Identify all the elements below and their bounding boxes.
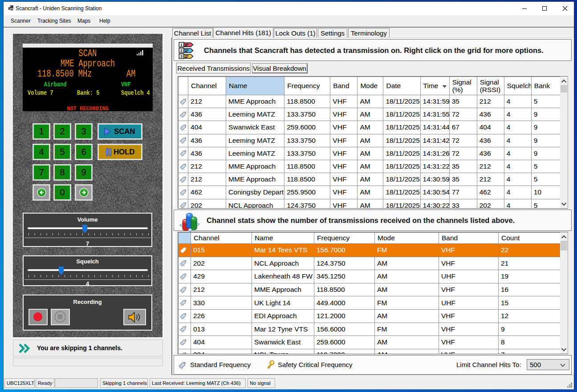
svg-text:1: 1 <box>180 43 183 47</box>
svg-text:3: 3 <box>180 54 183 59</box>
svg-text:2: 2 <box>180 48 183 53</box>
